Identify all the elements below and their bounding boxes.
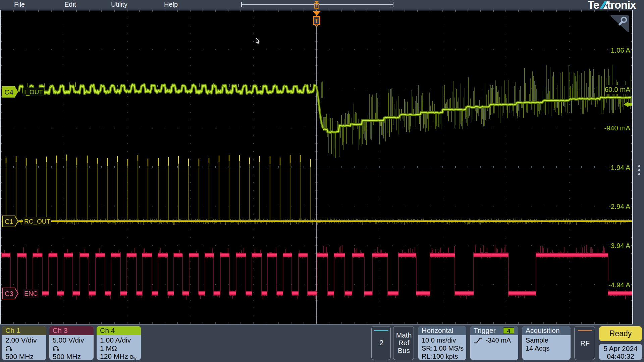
- svg-text:-2.94 A: -2.94 A: [608, 202, 630, 210]
- svg-text:I_OUT: I_OUT: [24, 88, 43, 96]
- svg-text:1.06 A: 1.06 A: [611, 46, 630, 54]
- svg-text:C1: C1: [5, 218, 13, 225]
- svg-text:-4.94 A: -4.94 A: [608, 281, 630, 289]
- svg-text:ENC: ENC: [24, 290, 38, 297]
- svg-text:60.0 mA: 60.0 mA: [605, 85, 631, 93]
- svg-text:-1.94 A: -1.94 A: [608, 164, 630, 171]
- svg-text:-940 mA: -940 mA: [604, 124, 631, 132]
- svg-text:RC_OUT: RC_OUT: [24, 218, 51, 225]
- svg-text:C4: C4: [4, 88, 13, 96]
- svg-text:C3: C3: [5, 290, 13, 297]
- svg-text:-3.94 A: -3.94 A: [608, 242, 630, 249]
- svg-text:T: T: [315, 18, 319, 24]
